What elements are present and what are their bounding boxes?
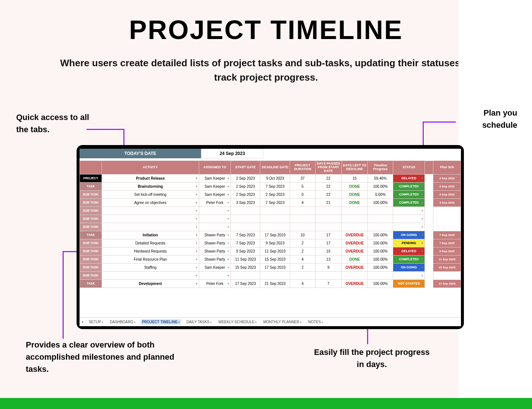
cell-duration[interactable]: 2 [290,239,315,247]
cell-progress[interactable]: 100.00% [368,182,393,190]
cell-start[interactable]: 11 Sep 2023 [231,255,260,263]
sheet-tab-dashboard[interactable]: DASHBOARD▾ [108,319,137,325]
cell-assigned[interactable]: Shawn Party [199,239,230,247]
table-row[interactable]: TASKBrainstormingSam Keeper2 Sep 20237 S… [80,182,461,190]
cell-progress[interactable]: 100.00% [368,255,393,263]
sheet-tab-notes[interactable]: NOTES▾ [307,319,324,325]
cell-assigned[interactable]: Peter Fork [199,198,230,207]
cell-progress[interactable]: 0.00% [368,190,393,198]
cell-duration[interactable]: 2 [290,263,315,271]
cell-duration[interactable]: 10 [290,231,315,239]
cell-deadline[interactable] [260,223,290,231]
table-row[interactable]: SUB TASKDetailed RequestsShawn Party7 Se… [80,239,461,247]
cell-progress[interactable] [368,215,393,223]
cell-activity[interactable]: Agree on objectives [102,198,199,207]
cell-duration[interactable]: 37 [290,174,315,182]
cell-plan[interactable] [433,215,461,223]
cell-status[interactable]: DELAYED [393,174,425,182]
cell-plan[interactable]: 7 Sep 2023 [433,231,461,239]
cell-duration[interactable]: 4 [290,279,315,288]
cell-duration[interactable] [290,223,315,231]
cell-plan[interactable]: 9 Sep 2023 [433,247,461,255]
cell-activity[interactable] [102,215,199,223]
cell-left[interactable]: OVERDUE [342,279,368,288]
cell-duration[interactable]: 2 [290,247,315,255]
cell-activity[interactable] [102,207,199,215]
table-row[interactable]: PROJECTProduct ReleaseSam Keeper2 Sep 20… [80,174,461,182]
cell-duration[interactable] [290,207,315,215]
cell-activity[interactable]: Hardward Requests [102,247,199,255]
cell-deadline[interactable]: 7 Sep 2023 [260,182,290,190]
cell-assigned[interactable]: Sam Keeper [199,263,230,271]
cell-passed[interactable] [315,215,341,223]
cell-progress[interactable] [368,207,393,215]
cell-status[interactable] [393,271,425,279]
cell-progress[interactable] [368,223,393,231]
cell-deadline[interactable]: 17 Sep 2023 [260,263,290,271]
cell-status[interactable] [393,223,425,231]
cell-status[interactable]: COMPLETED [393,182,425,190]
cell-progress[interactable]: 100.00% [368,198,393,207]
cell-deadline[interactable]: 17 Sep 2023 [260,231,290,239]
cell-passed[interactable]: 15 [315,247,341,255]
cell-deadline[interactable]: 2 Sep 2023 [260,190,290,198]
cell-deadline[interactable] [260,215,290,223]
cell-passed[interactable]: 22 [315,190,341,198]
cell-activity[interactable]: Final Resource Plan [102,255,199,263]
cell-activity[interactable]: Set kick-off meeting [102,190,199,198]
table-row[interactable]: TASKInitiationShawn Party7 Sep 202317 Se… [80,231,461,239]
cell-left[interactable] [342,223,368,231]
cell-deadline[interactable]: 9 Oct 2023 [260,174,290,182]
cell-plan[interactable] [433,271,461,279]
cell-status[interactable]: COMPLETED [393,190,425,198]
cell-status[interactable]: DELAYED [393,247,425,255]
sheet-tabs-left-icon[interactable]: ▾ [82,320,84,324]
cell-start[interactable] [231,215,260,223]
cell-passed[interactable]: 21 [315,198,341,207]
cell-activity[interactable]: Product Release [102,174,199,182]
cell-left[interactable]: DONE [342,182,368,190]
cell-plan[interactable]: 3 Sep 2023 [433,198,461,207]
cell-activity[interactable] [102,223,199,231]
cell-left[interactable]: DONE [342,190,368,198]
cell-plan[interactable] [433,223,461,231]
sheet-tab-setup[interactable]: SETUP▾ [87,319,105,325]
cell-plan[interactable]: 11 Sep 2023 [433,255,461,263]
cell-status[interactable] [393,207,425,215]
table-row[interactable]: SUB TASK [80,207,461,215]
cell-plan[interactable]: 15 Sep 2023 [433,263,461,271]
cell-start[interactable]: 2 Sep 2023 [231,190,260,198]
cell-left[interactable]: OVERDUE [342,231,368,239]
cell-assigned[interactable] [199,215,230,223]
cell-start[interactable]: 15 Sep 2023 [231,263,260,271]
cell-start[interactable]: 2 Sep 2023 [231,174,260,182]
table-row[interactable]: SUB TASKStaffingSam Keeper15 Sep 202317 … [80,263,461,271]
cell-progress[interactable]: 59.46% [368,174,393,182]
table-row[interactable]: SUB TASKFinal Resource PlanShawn Party11… [80,255,461,263]
cell-duration[interactable]: 4 [290,198,315,207]
cell-progress[interactable]: 100.00% [368,239,393,247]
cell-status[interactable]: PENDING [393,239,425,247]
today-date-value[interactable]: 24 Sep 2023 [201,149,264,158]
cell-status[interactable]: ON GOING [393,263,425,271]
cell-left[interactable]: 15 [342,174,368,182]
sheet-tab-project-timeline[interactable]: PROJECT TIMELINE▾ [141,319,182,325]
cell-assigned[interactable]: Sam Keeper [199,182,230,190]
cell-passed[interactable] [315,223,341,231]
cell-deadline[interactable]: 7 Sep 2023 [260,198,290,207]
cell-activity[interactable]: Staffing [102,263,199,271]
cell-plan[interactable]: 2 Sep 2023 [433,190,461,198]
cell-duration[interactable]: 4 [290,255,315,263]
cell-start[interactable]: 7 Sep 2023 [231,239,260,247]
cell-duration[interactable]: 5 [290,182,315,190]
cell-passed[interactable]: 9 [315,263,341,271]
cell-activity[interactable] [102,271,199,279]
cell-left[interactable]: OVERDUE [342,239,368,247]
cell-status[interactable] [393,215,425,223]
cell-plan[interactable]: 7 Sep 2023 [433,239,461,247]
cell-status[interactable]: COMPLETED [393,198,425,207]
cell-assigned[interactable]: Sam Keeper [199,174,230,182]
cell-progress[interactable]: 100.00% [368,279,393,288]
cell-duration[interactable]: 0 [290,190,315,198]
cell-assigned[interactable] [199,271,230,279]
